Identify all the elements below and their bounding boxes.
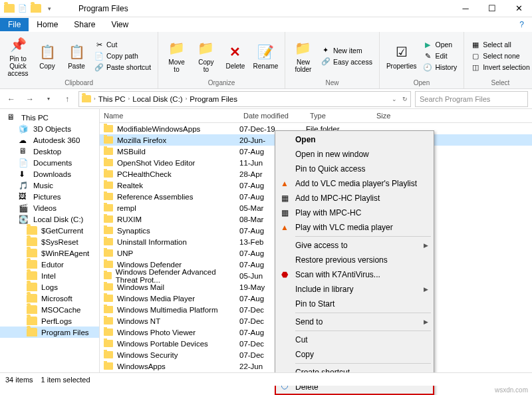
tree-item[interactable]: $WinREAgent xyxy=(0,247,99,259)
tree-item[interactable]: Microsoft xyxy=(0,293,99,304)
ctx-open-new-window[interactable]: Open in new window xyxy=(275,147,434,162)
rename-button[interactable]: 📝Rename xyxy=(251,41,281,71)
menu-share[interactable]: Share xyxy=(66,18,103,31)
ctx-pin-quick[interactable]: Pin to Quick access xyxy=(275,162,434,176)
properties-button[interactable]: ☑Properties xyxy=(384,41,420,71)
ctx-mpc-add[interactable]: ▦Add to MPC-HC Playlist xyxy=(275,191,434,205)
qat-new[interactable]: 📄 xyxy=(17,3,28,14)
tree-item[interactable]: Intel xyxy=(0,270,99,281)
ctx-mpc-play[interactable]: ▦Play with MPC-HC xyxy=(275,205,434,220)
tree-item[interactable]: 🧊3D Objects xyxy=(0,123,99,134)
window-title: Program Files xyxy=(59,4,452,13)
ctx-restore[interactable]: Restore previous versions xyxy=(275,253,434,267)
tree-item[interactable]: Program Files xyxy=(0,327,99,338)
paste-button[interactable]: 📋Paste xyxy=(63,41,90,71)
context-menu: Open Open in new window Pin to Quick acc… xyxy=(275,130,434,395)
folder-icon xyxy=(82,95,91,102)
copy-path-button[interactable]: 📄Copy path xyxy=(92,51,154,61)
new-item-button[interactable]: ✦New item xyxy=(319,45,375,56)
edit-button[interactable]: ✎Edit xyxy=(420,51,460,61)
select-none-button[interactable]: ▢Select none xyxy=(468,51,532,61)
copy-to-button[interactable]: 📁Copy to xyxy=(192,37,220,74)
ctx-pin-start[interactable]: Pin to Start xyxy=(275,297,434,311)
select-all-button[interactable]: ▦Select all xyxy=(468,39,532,50)
tree-item[interactable]: 🎬Videos xyxy=(0,202,99,213)
search-input[interactable]: Search Program Files xyxy=(415,91,528,107)
watermark: wsxdn.com xyxy=(495,386,528,394)
back-button[interactable]: ← xyxy=(4,92,19,106)
menu-home[interactable]: Home xyxy=(29,18,66,31)
tree-item[interactable]: 🖥Desktop xyxy=(0,146,99,157)
menu-bar: File Home Share View ? xyxy=(0,17,532,32)
ribbon: 📌Pin to Quick access 📋Copy 📋Paste ✂Cut 📄… xyxy=(0,32,532,89)
ctx-vlc-play[interactable]: ▲Play with VLC media player xyxy=(275,220,434,235)
tree-item[interactable]: $SysReset xyxy=(0,236,99,247)
ctx-give-access[interactable]: Give access to▶ xyxy=(275,238,434,253)
folder-icon xyxy=(4,3,15,14)
breadcrumb[interactable]: › This PC› Local Disk (C:)› Program File… xyxy=(78,91,411,107)
tree-item[interactable]: MSOCache xyxy=(0,304,99,315)
tree-item[interactable]: ⬇Downloads xyxy=(0,168,99,180)
column-headers[interactable]: Name Date modified Type Size xyxy=(100,109,532,123)
delete-button[interactable]: ✕Delete xyxy=(221,41,249,71)
forward-button[interactable]: → xyxy=(23,92,37,106)
tree-item[interactable]: 💽Local Disk (C:) xyxy=(0,213,99,225)
tree-item[interactable]: 🖼Pictures xyxy=(0,191,99,202)
ctx-cut[interactable]: Cut xyxy=(275,332,434,347)
status-bar: 34 items 1 item selected xyxy=(0,372,532,386)
tree-item[interactable]: PerfLogs xyxy=(0,315,99,327)
navigation-tree[interactable]: 🖥This PC🧊3D Objects☁Autodesk 360🖥Desktop… xyxy=(0,109,100,383)
tree-item[interactable]: $GetCurrent xyxy=(0,225,99,236)
menu-view[interactable]: View xyxy=(103,18,136,31)
vlc-icon: ▲ xyxy=(279,178,290,189)
close-button[interactable]: ✕ xyxy=(505,0,532,17)
paste-shortcut-button[interactable]: 🔗Paste shortcut xyxy=(92,62,154,72)
qat-folder[interactable] xyxy=(31,3,41,14)
history-button[interactable]: 🕘History xyxy=(420,62,460,72)
invert-selection-button[interactable]: ◫Invert selection xyxy=(468,62,532,72)
vlc-icon: ▲ xyxy=(279,222,290,233)
tree-item[interactable]: ☁Autodesk 360 xyxy=(0,134,99,146)
ctx-open[interactable]: Open xyxy=(275,132,434,147)
tree-item[interactable]: Edutor xyxy=(0,259,99,270)
tree-item[interactable]: 🎵Music xyxy=(0,180,99,191)
minimize-button[interactable]: ─ xyxy=(452,0,479,17)
qat-dropdown[interactable]: ▾ xyxy=(44,3,55,14)
shield-icon: ⬣ xyxy=(279,269,290,280)
ctx-vlc-add[interactable]: ▲Add to VLC media player's Playlist xyxy=(275,176,434,191)
ctx-copy[interactable]: Copy xyxy=(275,347,434,362)
copy-button[interactable]: 📋Copy xyxy=(33,41,61,71)
mpc-icon: ▦ xyxy=(279,193,290,203)
ctx-scan[interactable]: ⬣Scan with K7AntiVirus... xyxy=(275,267,434,282)
recent-dropdown[interactable]: ▾ xyxy=(41,92,56,106)
ctx-send-to[interactable]: Send to▶ xyxy=(275,315,434,329)
new-folder-button[interactable]: 📁New folder xyxy=(289,37,317,74)
up-button[interactable]: ↑ xyxy=(60,92,74,106)
address-bar: ← → ▾ ↑ › This PC› Local Disk (C:)› Prog… xyxy=(0,89,532,109)
move-to-button[interactable]: 📁Move to xyxy=(162,37,191,74)
open-button[interactable]: ▶Open xyxy=(420,39,460,50)
tree-item[interactable]: Logs xyxy=(0,281,99,293)
menu-file[interactable]: File xyxy=(0,18,29,31)
mpc-icon: ▦ xyxy=(279,207,290,218)
maximize-button[interactable]: ☐ xyxy=(479,0,505,17)
cut-button[interactable]: ✂Cut xyxy=(92,39,154,50)
ctx-include-library[interactable]: Include in library▶ xyxy=(275,282,434,297)
easy-access-button[interactable]: 🔗Easy access xyxy=(319,57,375,67)
help-icon[interactable]: ? xyxy=(511,18,532,31)
title-bar: 📄 ▾ Program Files ─ ☐ ✕ xyxy=(0,0,532,17)
tree-item[interactable]: 📄Documents xyxy=(0,157,99,168)
pin-quick-access-button[interactable]: 📌Pin to Quick access xyxy=(4,34,32,78)
tree-item[interactable]: 🖥This PC xyxy=(0,112,99,123)
